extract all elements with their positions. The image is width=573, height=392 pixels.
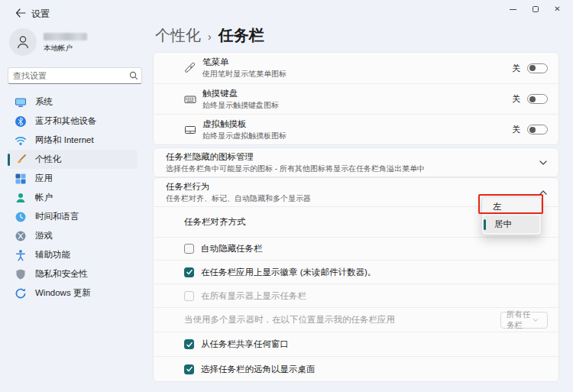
search-icon[interactable] [126,71,141,80]
page-title: 任务栏 [219,25,264,46]
row-subtitle: 始终显示虚拟触摸板图标 [202,131,512,141]
toggle-state-label: 关 [512,93,520,105]
badges-checkbox[interactable] [184,267,194,277]
checkbox-label: 在所有显示器上显示任务栏 [201,290,306,302]
pen-menu-row: 笔菜单 使用笔时显示笔菜单图标 关 [154,53,558,83]
sidebar-item-label: 蓝牙和其他设备 [35,115,97,127]
time-language-icon [15,211,27,223]
option-label: 左 [493,201,502,212]
alignment-option-center[interactable]: 居中 [484,215,539,233]
sidebar-item-bluetooth[interactable]: 蓝牙和其他设备 [8,112,138,131]
minimize-button[interactable] [502,2,524,17]
auto-hide-row: 自动隐藏任务栏 [154,237,558,260]
virtual-touchpad-toggle[interactable] [527,125,548,134]
sidebar-item-personalization[interactable]: 个性化 [8,150,138,169]
all-displays-row: 在所有显示器上显示任务栏 [154,283,558,307]
gaming-icon [15,230,27,242]
check-icon [186,341,193,348]
row-subtitle: 始终显示触摸键盘图标 [202,100,512,111]
row-subtitle: 使用笔时显示笔菜单图标 [202,69,512,79]
sidebar-item-label: 时间和语言 [35,211,79,222]
pen-menu-toggle[interactable] [527,63,548,73]
privacy-shield-icon [15,268,27,280]
toggle-state-label: 关 [512,63,520,74]
toggle-state-label: 关 [512,124,520,135]
touch-keyboard-icon [184,93,196,105]
breadcrumb-separator-icon: › [208,29,212,43]
checkbox-label: 自动隐藏任务栏 [201,243,263,254]
check-icon [186,268,193,276]
sidebar-item-gaming[interactable]: 游戏 [8,226,138,245]
chevron-down-icon [533,317,542,323]
system-icon [15,96,27,109]
sidebar-item-label: 辅助功能 [35,249,70,261]
sidebar-item-accounts[interactable]: 帐户 [8,188,138,207]
multi-display-select: 所有任务栏 [500,312,548,329]
accounts-icon [15,192,27,204]
close-icon: ✕ [554,5,560,13]
sidebar-item-system[interactable]: 系统 [8,92,138,112]
sidebar-item-label: 系统 [35,96,53,108]
search-input[interactable] [8,71,126,80]
alignment-option-left[interactable]: 左 [482,197,541,215]
multi-display-label: 当使用多个显示器时，在以下位置显示我的任务栏应用 [184,314,500,326]
auto-hide-checkbox[interactable] [184,244,194,254]
option-label: 居中 [494,219,512,230]
touch-keyboard-toggle[interactable] [527,94,548,104]
sidebar-item-network[interactable]: 网络和 Internet [8,131,138,150]
breadcrumb: 个性化 › 任务栏 [155,25,264,46]
apps-icon [15,173,27,185]
badges-row: 在任务栏应用上显示徽章 (未读邮件计数器)。 [154,260,558,283]
far-corner-checkbox[interactable] [184,364,194,374]
far-corner-row: 选择任务栏的远角以显示桌面 [154,356,558,381]
sidebar-item-label: Windows 更新 [35,287,91,299]
window-controls: ✕ [502,2,568,17]
multi-display-row: 当使用多个显示器时，在以下位置显示我的任务栏应用 所有任务栏 [154,307,558,332]
toggle-knob [529,65,536,71]
back-arrow-icon [15,8,26,18]
sidebar-item-windows-update[interactable]: Windows 更新 [8,283,138,303]
settings-search[interactable] [8,67,142,84]
sidebar-item-accessibility[interactable]: 辅助功能 [8,245,138,264]
windows-update-icon [15,287,27,300]
close-button[interactable]: ✕ [546,2,568,17]
checkbox-label: 在任务栏应用上显示徽章 (未读邮件计数器)。 [201,267,376,278]
pen-icon [184,62,196,74]
virtual-touchpad-row: 虚拟触摸板 始终显示虚拟触摸板图标 关 [154,114,558,144]
share-window-checkbox[interactable] [184,339,194,349]
back-button[interactable] [14,6,28,20]
sidebar-item-label: 帐户 [35,192,53,203]
select-value: 所有任务栏 [507,309,533,331]
minimize-icon [510,9,516,10]
chevron-down-icon[interactable] [539,158,548,167]
touch-keyboard-row: 触摸键盘 始终显示触摸键盘图标 关 [154,83,558,114]
virtual-touchpad-icon [184,124,196,136]
sidebar-item-time-language[interactable]: 时间和语言 [8,207,138,226]
network-icon [15,134,27,147]
sidebar-item-label: 隐私和安全性 [35,268,88,280]
breadcrumb-parent[interactable]: 个性化 [155,25,201,46]
taskbar-overflow-card[interactable]: 任务栏隐藏的图标管理 选择任务栏角中可能显示的图标 - 所有其他图标将显示在任务… [153,147,559,177]
user-icon [15,34,31,50]
checkbox-label: 从任务栏共享任何窗口 [201,339,289,350]
maximize-button[interactable] [524,2,546,17]
section-title: 任务栏行为 [166,181,539,193]
check-icon [186,365,193,373]
sidebar-item-label: 应用 [35,173,53,184]
alignment-dropdown-flyout: 左 居中 [481,196,542,235]
row-title: 虚拟触摸板 [202,118,512,130]
accessibility-icon [15,249,27,261]
taskbar-corner-icons-card: 笔菜单 使用笔时显示笔菜单图标 关 触摸键盘 始终显示触摸键盘图标 关 虚拟触摸… [153,52,559,145]
avatar[interactable] [9,28,37,56]
section-title: 任务栏隐藏的图标管理 [166,151,539,163]
sidebar-item-privacy[interactable]: 隐私和安全性 [8,264,138,283]
row-title: 触摸键盘 [202,88,512,99]
sidebar-item-apps[interactable]: 应用 [8,169,138,188]
row-title: 笔菜单 [202,57,512,68]
personalization-icon [15,154,27,166]
maximize-icon [533,6,539,12]
section-subtitle: 选择任务栏角中可能显示的图标 - 所有其他图标将显示在任务栏角溢出菜单中 [166,164,539,174]
chevron-up-icon[interactable] [539,188,548,197]
sidebar-item-label: 网络和 Internet [35,134,94,146]
sidebar-item-label: 个性化 [35,154,62,165]
